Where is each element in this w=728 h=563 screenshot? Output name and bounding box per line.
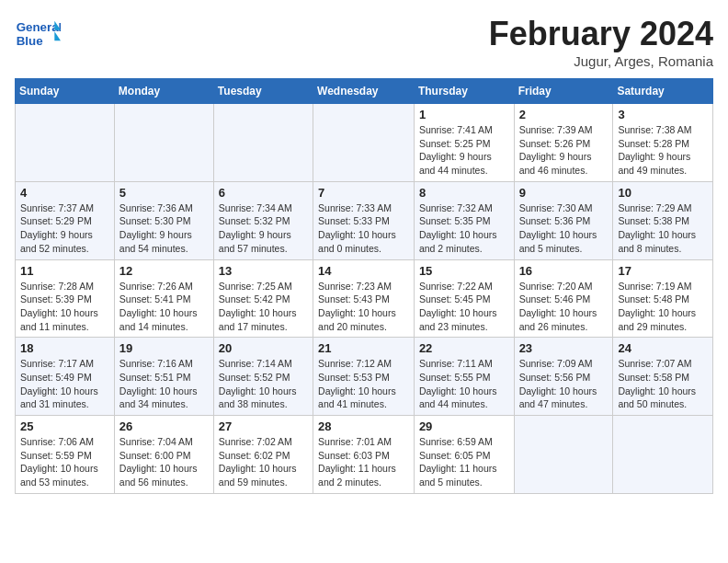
day-number: 17: [618, 264, 708, 278]
calendar-cell: 9Sunrise: 7:30 AMSunset: 5:36 PMDaylight…: [514, 181, 613, 259]
calendar-cell: 29Sunrise: 6:59 AMSunset: 6:05 PMDayligh…: [414, 416, 514, 494]
day-info: Sunrise: 7:17 AMSunset: 5:49 PMDaylight:…: [20, 357, 109, 411]
calendar-cell: 26Sunrise: 7:04 AMSunset: 6:00 PMDayligh…: [114, 416, 213, 494]
day-info: Sunrise: 7:37 AMSunset: 5:29 PMDaylight:…: [20, 201, 109, 256]
day-number: 2: [519, 108, 609, 121]
day-info: Sunrise: 7:12 AMSunset: 5:53 PMDaylight:…: [318, 357, 409, 411]
calendar-cell: 20Sunrise: 7:14 AMSunset: 5:52 PMDayligh…: [213, 338, 313, 416]
day-info: Sunrise: 7:26 AMSunset: 5:41 PMDaylight:…: [119, 280, 209, 334]
day-number: 15: [419, 264, 509, 278]
day-number: 7: [318, 186, 409, 200]
day-number: 8: [419, 186, 509, 200]
logo: General Blue: [15, 15, 64, 52]
day-info: Sunrise: 7:02 AMSunset: 6:02 PMDaylight:…: [219, 435, 308, 489]
day-number: 6: [219, 186, 308, 200]
title-block: February 2024 Jugur, Arges, Romania: [489, 15, 713, 69]
calendar-cell: [613, 416, 713, 494]
day-info: Sunrise: 7:16 AMSunset: 5:51 PMDaylight:…: [119, 357, 209, 411]
day-number: 10: [618, 186, 708, 200]
day-number: 24: [618, 341, 708, 355]
calendar-cell: 14Sunrise: 7:23 AMSunset: 5:43 PMDayligh…: [313, 259, 415, 338]
calendar-subtitle: Jugur, Arges, Romania: [489, 53, 713, 69]
calendar-cell: 13Sunrise: 7:25 AMSunset: 5:42 PMDayligh…: [213, 259, 313, 338]
day-number: 27: [219, 419, 308, 433]
day-info: Sunrise: 7:01 AMSunset: 6:03 PMDaylight:…: [318, 435, 409, 489]
calendar-cell: [313, 104, 415, 182]
calendar-week-0: 1Sunrise: 7:41 AMSunset: 5:25 PMDaylight…: [16, 104, 713, 182]
day-number: 9: [519, 186, 609, 200]
day-info: Sunrise: 7:33 AMSunset: 5:33 PMDaylight:…: [318, 201, 409, 256]
calendar-header: Sunday Monday Tuesday Wednesday Thursday…: [16, 79, 713, 104]
calendar-cell: 6Sunrise: 7:34 AMSunset: 5:32 PMDaylight…: [213, 181, 313, 259]
day-number: 20: [219, 341, 308, 355]
col-friday: Friday: [514, 79, 613, 104]
calendar-cell: 27Sunrise: 7:02 AMSunset: 6:02 PMDayligh…: [213, 416, 313, 494]
day-number: 28: [318, 419, 409, 433]
col-sunday: Sunday: [16, 79, 115, 104]
day-info: Sunrise: 7:11 AMSunset: 5:55 PMDaylight:…: [419, 357, 509, 411]
col-tuesday: Tuesday: [213, 79, 313, 104]
day-info: Sunrise: 7:41 AMSunset: 5:25 PMDaylight:…: [419, 123, 509, 178]
day-info: Sunrise: 7:38 AMSunset: 5:28 PMDaylight:…: [618, 123, 708, 178]
calendar-cell: 5Sunrise: 7:36 AMSunset: 5:30 PMDaylight…: [114, 181, 213, 259]
day-number: 4: [20, 186, 109, 200]
calendar-cell: 15Sunrise: 7:22 AMSunset: 5:45 PMDayligh…: [414, 259, 514, 338]
day-number: 19: [119, 341, 209, 355]
calendar-cell: 19Sunrise: 7:16 AMSunset: 5:51 PMDayligh…: [114, 338, 213, 416]
day-info: Sunrise: 7:20 AMSunset: 5:46 PMDaylight:…: [519, 280, 609, 334]
calendar-cell: [213, 104, 313, 182]
calendar-cell: [514, 416, 613, 494]
day-number: 5: [119, 186, 209, 200]
calendar-cell: 8Sunrise: 7:32 AMSunset: 5:35 PMDaylight…: [414, 181, 514, 259]
day-info: Sunrise: 7:06 AMSunset: 5:59 PMDaylight:…: [20, 435, 109, 489]
calendar-cell: 16Sunrise: 7:20 AMSunset: 5:46 PMDayligh…: [514, 259, 613, 338]
day-number: 18: [20, 341, 109, 355]
calendar-cell: 2Sunrise: 7:39 AMSunset: 5:26 PMDaylight…: [514, 104, 613, 182]
day-info: Sunrise: 7:23 AMSunset: 5:43 PMDaylight:…: [318, 280, 409, 334]
calendar-cell: 22Sunrise: 7:11 AMSunset: 5:55 PMDayligh…: [414, 338, 514, 416]
calendar-cell: 24Sunrise: 7:07 AMSunset: 5:58 PMDayligh…: [613, 338, 713, 416]
svg-text:Blue: Blue: [17, 34, 43, 48]
logo-icon: General Blue: [15, 15, 61, 52]
day-number: 21: [318, 341, 409, 355]
day-number: 29: [419, 419, 509, 433]
calendar-cell: 3Sunrise: 7:38 AMSunset: 5:28 PMDaylight…: [613, 104, 713, 182]
day-number: 23: [519, 341, 609, 355]
calendar-cell: 7Sunrise: 7:33 AMSunset: 5:33 PMDaylight…: [313, 181, 415, 259]
calendar-week-3: 18Sunrise: 7:17 AMSunset: 5:49 PMDayligh…: [16, 338, 713, 416]
calendar-cell: 1Sunrise: 7:41 AMSunset: 5:25 PMDaylight…: [414, 104, 514, 182]
day-number: 13: [219, 264, 308, 278]
col-thursday: Thursday: [414, 79, 514, 104]
calendar-cell: 28Sunrise: 7:01 AMSunset: 6:03 PMDayligh…: [313, 416, 415, 494]
calendar-cell: 12Sunrise: 7:26 AMSunset: 5:41 PMDayligh…: [114, 259, 213, 338]
day-info: Sunrise: 7:29 AMSunset: 5:38 PMDaylight:…: [618, 201, 708, 256]
calendar-body: 1Sunrise: 7:41 AMSunset: 5:25 PMDaylight…: [16, 104, 713, 494]
day-info: Sunrise: 7:36 AMSunset: 5:30 PMDaylight:…: [119, 201, 209, 256]
day-info: Sunrise: 7:34 AMSunset: 5:32 PMDaylight:…: [219, 201, 308, 256]
day-number: 16: [519, 264, 609, 278]
day-info: Sunrise: 7:19 AMSunset: 5:48 PMDaylight:…: [618, 280, 708, 334]
day-info: Sunrise: 7:09 AMSunset: 5:56 PMDaylight:…: [519, 357, 609, 411]
day-info: Sunrise: 6:59 AMSunset: 6:05 PMDaylight:…: [419, 435, 509, 489]
calendar-cell: 21Sunrise: 7:12 AMSunset: 5:53 PMDayligh…: [313, 338, 415, 416]
day-info: Sunrise: 7:14 AMSunset: 5:52 PMDaylight:…: [219, 357, 308, 411]
day-number: 1: [419, 108, 509, 121]
header-row: Sunday Monday Tuesday Wednesday Thursday…: [16, 79, 713, 104]
day-info: Sunrise: 7:25 AMSunset: 5:42 PMDaylight:…: [219, 280, 308, 334]
calendar-week-2: 11Sunrise: 7:28 AMSunset: 5:39 PMDayligh…: [16, 259, 713, 338]
calendar-cell: 25Sunrise: 7:06 AMSunset: 5:59 PMDayligh…: [16, 416, 115, 494]
col-wednesday: Wednesday: [313, 79, 415, 104]
day-info: Sunrise: 7:32 AMSunset: 5:35 PMDaylight:…: [419, 201, 509, 256]
svg-text:General: General: [17, 20, 61, 34]
calendar-cell: 4Sunrise: 7:37 AMSunset: 5:29 PMDaylight…: [16, 181, 115, 259]
calendar-cell: 17Sunrise: 7:19 AMSunset: 5:48 PMDayligh…: [613, 259, 713, 338]
col-saturday: Saturday: [613, 79, 713, 104]
day-number: 22: [419, 341, 509, 355]
page-header: General Blue February 2024 Jugur, Arges,…: [15, 15, 713, 69]
day-info: Sunrise: 7:04 AMSunset: 6:00 PMDaylight:…: [119, 435, 209, 489]
calendar-week-1: 4Sunrise: 7:37 AMSunset: 5:29 PMDaylight…: [16, 181, 713, 259]
day-info: Sunrise: 7:30 AMSunset: 5:36 PMDaylight:…: [519, 201, 609, 256]
calendar-cell: 11Sunrise: 7:28 AMSunset: 5:39 PMDayligh…: [16, 259, 115, 338]
calendar-cell: [114, 104, 213, 182]
day-number: 26: [119, 419, 209, 433]
